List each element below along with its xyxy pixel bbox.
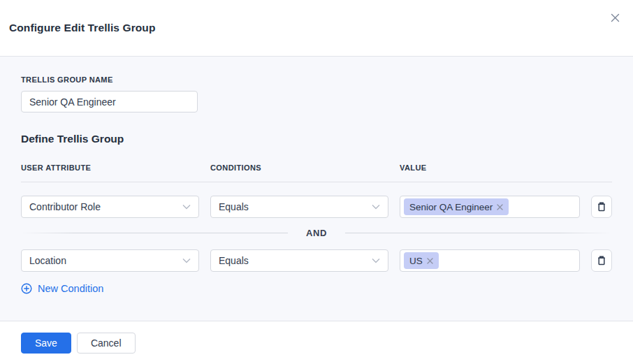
- conditions-column-header: CONDITIONS: [210, 163, 388, 172]
- x-icon[interactable]: [427, 258, 433, 264]
- delete-condition-button[interactable]: [591, 196, 612, 218]
- trellis-group-name-input[interactable]: [21, 91, 198, 112]
- header-divider: [21, 182, 612, 182]
- chevron-down-icon: [372, 204, 380, 210]
- value-chip-label: US: [409, 256, 423, 266]
- value-multiselect-input[interactable]: US: [400, 249, 580, 272]
- chevron-down-icon: [182, 204, 191, 210]
- condition-table-headers: USER ATTRIBUTE CONDITIONS VALUE: [21, 163, 612, 172]
- user-attribute-select[interactable]: Location: [21, 249, 199, 272]
- chevron-down-icon: [182, 258, 191, 263]
- cancel-button[interactable]: Cancel: [77, 333, 136, 354]
- condition-row: Location Equals US: [21, 249, 612, 272]
- define-trellis-group-heading: Define Trellis Group: [21, 133, 612, 145]
- condition-row: Contributor Role Equals Senior QA Engine…: [21, 196, 612, 218]
- new-condition-label: New Condition: [38, 283, 103, 294]
- value-chip: Senior QA Engineer: [404, 198, 509, 215]
- configure-trellis-group-modal: Configure Edit Trellis Group TRELLIS GRO…: [0, 0, 633, 364]
- modal-header: Configure Edit Trellis Group: [0, 0, 633, 57]
- new-condition-button[interactable]: New Condition: [21, 283, 103, 294]
- value-chip: US: [404, 252, 439, 269]
- save-button[interactable]: Save: [21, 333, 71, 354]
- trash-icon: [595, 254, 608, 267]
- chevron-down-icon: [372, 258, 380, 263]
- user-attribute-selected-value: Location: [29, 255, 66, 266]
- plus-circle-icon: [21, 283, 32, 294]
- condition-selected-value: Equals: [219, 255, 249, 266]
- user-attribute-selected-value: Contributor Role: [29, 201, 101, 212]
- modal-title: Configure Edit Trellis Group: [9, 22, 155, 34]
- user-attribute-column-header: USER ATTRIBUTE: [21, 163, 199, 172]
- value-chip-label: Senior QA Engineer: [409, 202, 493, 212]
- value-multiselect-input[interactable]: Senior QA Engineer: [400, 196, 580, 218]
- condition-select[interactable]: Equals: [210, 196, 388, 218]
- user-attribute-select[interactable]: Contributor Role: [21, 196, 199, 218]
- modal-footer: Save Cancel: [0, 321, 633, 364]
- delete-condition-button[interactable]: [591, 249, 612, 272]
- modal-body: TRELLIS GROUP NAME Define Trellis Group …: [0, 57, 633, 321]
- x-icon: [611, 13, 620, 22]
- x-icon[interactable]: [497, 204, 503, 210]
- value-column-header: VALUE: [400, 163, 580, 172]
- separator-line: [21, 233, 288, 233]
- and-operator-label: AND: [288, 228, 345, 238]
- condition-select[interactable]: Equals: [210, 249, 388, 272]
- trash-icon: [595, 201, 608, 213]
- and-separator: AND: [21, 225, 612, 240]
- close-button[interactable]: [607, 10, 623, 25]
- condition-selected-value: Equals: [219, 201, 249, 212]
- trellis-group-name-label: TRELLIS GROUP NAME: [21, 75, 612, 84]
- separator-line: [345, 233, 612, 233]
